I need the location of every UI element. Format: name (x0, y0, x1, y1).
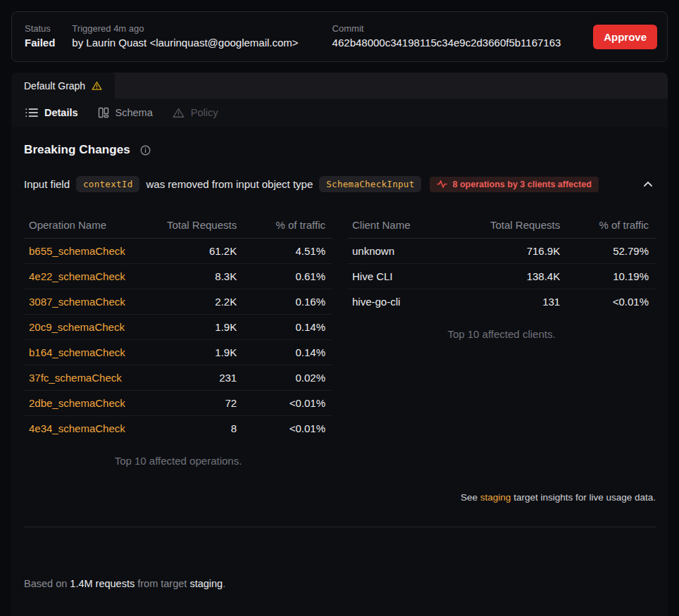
table-row: Hive CLI138.4K10.19% (347, 264, 656, 289)
status-column: Status Failed (25, 23, 55, 51)
field-code-badge: contextId (76, 176, 139, 192)
commit-label: Commit (332, 23, 561, 35)
tab-schema-label: Schema (116, 107, 153, 118)
operation-link[interactable]: 4e22_schemaCheck (29, 270, 125, 282)
total-requests-header: Total Requests (480, 213, 560, 239)
clients-column: Client Name Total Requests % of traffic … (347, 213, 656, 503)
schema-check-page: Status Failed Triggered 4m ago by Laurin… (0, 0, 679, 616)
operation-link[interactable]: b164_schemaCheck (29, 346, 125, 358)
approve-button[interactable]: Approve (593, 25, 657, 49)
requests-cell: 716.9K (480, 239, 560, 264)
traffic-cell: 0.16% (237, 289, 332, 315)
tab-schema[interactable]: Schema (98, 107, 153, 118)
operations-caption: Top 10 affected operations. (24, 455, 332, 467)
operation-link[interactable]: 37fc_schemaCheck (29, 372, 122, 384)
emphasized-text: 1.4M requests (70, 578, 135, 589)
clients-table: Client Name Total Requests % of traffic … (347, 213, 656, 314)
check-subtabs: Details Schema Policy (11, 99, 668, 127)
details-content: Breaking Changes Input field contextId w… (11, 127, 668, 616)
table-row: b655_schemaCheck61.2K4.51% (24, 239, 332, 264)
requests-cell: 8.3K (156, 264, 237, 289)
status-label: Status (25, 23, 55, 35)
operation-link[interactable]: b655_schemaCheck (29, 245, 125, 257)
operation-cell: 4e34_schemaCheck (24, 416, 156, 441)
table-row: b164_schemaCheck1.9K0.14% (24, 340, 332, 365)
operations-column: Operation Name Total Requests % of traff… (24, 213, 332, 503)
operations-table: Operation Name Total Requests % of traff… (24, 213, 332, 441)
operation-cell: b655_schemaCheck (24, 239, 156, 264)
triggered-by: by Laurin Quast <laurinquast@googlemail.… (72, 35, 298, 51)
collapse-change-button[interactable] (640, 178, 656, 190)
graph-tab-label: Default Graph (24, 80, 85, 92)
name-cell: Hive CLI (347, 264, 480, 289)
commit-column: Commit 462b48000c34198115c34e9c2d3660f5b… (332, 23, 561, 51)
name-cell: unknown (347, 239, 480, 264)
footer-line-requests: Based on 1.4M requests from target stagi… (24, 577, 656, 591)
traffic-cell: <0.01% (237, 416, 332, 441)
warning-icon (92, 81, 102, 91)
operation-link[interactable]: 4e34_schemaCheck (29, 422, 125, 434)
tab-details-label: Details (44, 107, 78, 118)
clients-caption: Top 10 affected clients. (347, 328, 656, 340)
requests-cell: 138.4K (480, 264, 560, 289)
traffic-cell: 10.19% (560, 264, 656, 289)
name-cell: hive-go-cli (347, 289, 480, 315)
plain-text: See (461, 492, 480, 503)
traffic-cell: 0.14% (237, 315, 332, 340)
operation-link[interactable]: 2dbe_schemaCheck (29, 397, 125, 409)
breaking-changes-title: Breaking Changes (24, 143, 130, 157)
traffic-cell: 0.02% (237, 365, 332, 391)
main-card: Default Graph Details (11, 73, 668, 616)
status-value: Failed (25, 35, 55, 51)
plain-text: from target (135, 578, 189, 589)
pulse-icon (437, 180, 447, 189)
commit-hash: 462b48000c34198115c34e9c2d3660f5b1167163 (332, 35, 561, 51)
clients-header-row: Client Name Total Requests % of traffic (347, 213, 656, 239)
plain-text: Based on (24, 578, 70, 589)
info-icon[interactable] (140, 145, 151, 156)
table-row: 37fc_schemaCheck2310.02% (24, 365, 332, 391)
traffic-cell: 0.14% (237, 340, 332, 365)
operation-link[interactable]: 3087_schemaCheck (29, 296, 125, 308)
plain-text: target insights for live usage data. (511, 492, 656, 503)
table-row: hive-go-cli131<0.01% (347, 289, 656, 315)
affected-operations-badge[interactable]: 8 operations by 3 clients affected (430, 177, 598, 192)
traffic-cell: <0.01% (237, 391, 332, 416)
traffic-cell: 0.61% (237, 264, 332, 289)
requests-cell: 8 (156, 416, 237, 441)
table-row: 3087_schemaCheck2.2K0.16% (24, 289, 332, 315)
type-code-badge: SchemaCheckInput (319, 176, 421, 192)
operation-cell: 20c9_schemaCheck (24, 315, 156, 340)
table-row: 20c9_schemaCheck1.9K0.14% (24, 315, 332, 340)
tab-details[interactable]: Details (25, 107, 78, 118)
usage-tables: Operation Name Total Requests % of traff… (24, 213, 656, 503)
target-link[interactable]: staging (480, 492, 511, 503)
table-row: 2dbe_schemaCheck72<0.01% (24, 391, 332, 416)
requests-cell: 131 (480, 289, 560, 315)
tab-policy[interactable]: Policy (173, 107, 218, 118)
operation-cell: 4e22_schemaCheck (24, 264, 156, 289)
change-text-after: was removed from input object type (146, 178, 313, 190)
total-requests-header: Total Requests (156, 213, 237, 239)
plain-text: . (223, 578, 225, 589)
usage-footer: Based on 1.4M requests from target stagi… (24, 548, 656, 616)
list-icon (25, 108, 38, 118)
requests-cell: 72 (156, 391, 237, 416)
operation-name-header: Operation Name (24, 213, 156, 239)
requests-cell: 61.2K (156, 239, 237, 264)
tab-default-graph[interactable]: Default Graph (11, 73, 115, 99)
operation-link[interactable]: 20c9_schemaCheck (29, 321, 125, 333)
operation-cell: b164_schemaCheck (24, 340, 156, 365)
triggered-column: Triggered 4m ago by Laurin Quast <laurin… (72, 23, 298, 51)
emphasized-text: staging (189, 578, 223, 589)
warning-triangle-icon (173, 108, 185, 118)
affected-badge-label: 8 operations by 3 clients affected (452, 180, 591, 189)
traffic-header: % of traffic (237, 213, 332, 239)
requests-cell: 2.2K (156, 289, 237, 315)
tab-policy-label: Policy (191, 107, 218, 118)
schema-icon (98, 107, 109, 118)
operation-cell: 37fc_schemaCheck (24, 365, 156, 391)
operations-header-row: Operation Name Total Requests % of traff… (24, 213, 332, 239)
operation-cell: 3087_schemaCheck (24, 289, 156, 315)
traffic-cell: <0.01% (560, 289, 656, 315)
